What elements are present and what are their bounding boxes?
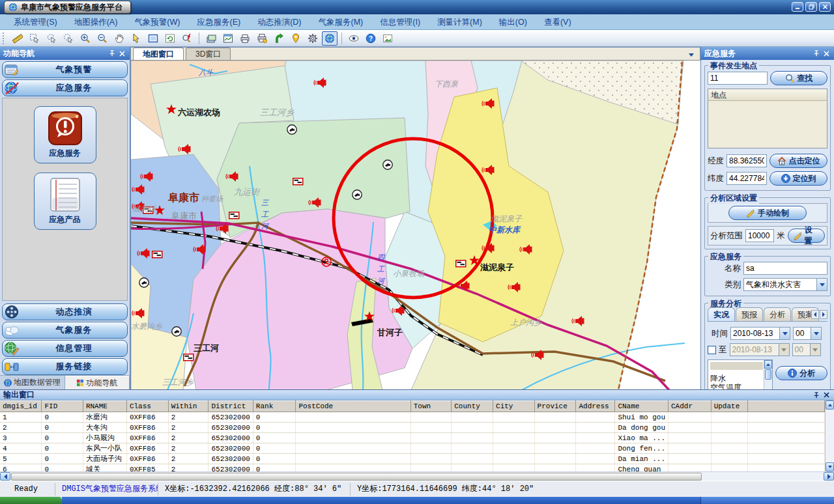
find-button[interactable]: 查找 xyxy=(770,71,827,85)
toolbar-pointer-button[interactable] xyxy=(128,31,144,46)
output-vertical-scrollbar[interactable] xyxy=(825,400,834,471)
start-button[interactable] xyxy=(0,497,62,504)
menu-view[interactable]: 查看(V) xyxy=(536,14,580,30)
toolbar-export-image-button[interactable] xyxy=(380,31,395,46)
sidebar-item-service-links[interactable]: 服务链接 xyxy=(2,358,128,375)
table-row[interactable]: 10水磨沟0XFF8626523020000Shui mo gou xyxy=(0,412,825,423)
table-row[interactable]: 40东风一小队0XFF8626523020000Dong fen... xyxy=(0,443,825,454)
menu-info-management[interactable]: 信息管理(I) xyxy=(371,14,429,30)
service-type-select[interactable]: 气象和洪水灾害 xyxy=(743,278,827,291)
column-header-County[interactable]: County xyxy=(452,401,493,412)
layer-list[interactable]: 降水 空气温度 xyxy=(708,359,773,389)
sidebar-item-weather-warning[interactable]: 气象预警 xyxy=(2,61,128,78)
sidebar-item-dynamic-deduction[interactable]: 动态推演 xyxy=(2,303,128,320)
column-header-Update[interactable]: Update xyxy=(711,401,747,412)
sidebar-item-emergency-service[interactable]: 应急服务 xyxy=(2,79,128,96)
toolbar-place-pin-button[interactable] xyxy=(288,31,304,46)
tab-analysis[interactable]: 分析 xyxy=(764,307,791,321)
tab-3d-view[interactable]: 3D窗口 xyxy=(186,48,231,60)
column-header-RNAME[interactable]: RNAME xyxy=(83,401,126,412)
list-item[interactable]: 降水 xyxy=(708,374,772,383)
pin-icon[interactable] xyxy=(812,391,820,399)
toolbar-measure-button[interactable] xyxy=(10,31,25,46)
layer-list-scrollbar[interactable] xyxy=(764,360,772,389)
hour-select[interactable]: 00 xyxy=(793,327,822,340)
toolbar-layers-button[interactable] xyxy=(203,31,219,46)
longitude-field[interactable] xyxy=(726,154,767,167)
map-canvas[interactable]: 六运湖农场 三工河乡 下西泉 九运街 阜康市 种蓄场 阜康市 城关镇 滋泥泉子 … xyxy=(131,61,700,389)
tab-scroll-right-icon[interactable] xyxy=(820,310,827,319)
scroll-right-icon[interactable] xyxy=(824,472,834,481)
column-header-FID[interactable]: FID xyxy=(42,401,83,412)
locate-to-button[interactable]: 定位到 xyxy=(769,171,827,186)
toolbar-print-button[interactable] xyxy=(237,31,253,46)
date-select[interactable]: 2010-08-13 xyxy=(730,327,790,340)
column-header-Class[interactable]: Class xyxy=(126,401,168,412)
tab-forecast[interactable]: 预报 xyxy=(736,307,763,321)
close-icon[interactable] xyxy=(822,49,831,58)
scroll-down-icon[interactable] xyxy=(826,462,834,471)
column-header-PostCode[interactable]: PostCode xyxy=(296,401,410,412)
analysis-range-input[interactable] xyxy=(745,229,774,242)
close-icon[interactable] xyxy=(822,391,831,399)
map-tab-dropdown-icon[interactable] xyxy=(687,50,696,59)
toolbar-nav-arrow-button[interactable] xyxy=(271,31,287,46)
toolbar-zoom-out-button[interactable] xyxy=(94,31,110,46)
toolbar-help-button[interactable] xyxy=(363,31,379,46)
tab-live[interactable]: 实况 xyxy=(708,307,735,321)
toolbar-full-extent-button[interactable] xyxy=(145,31,161,46)
close-button[interactable] xyxy=(819,2,831,12)
pin-icon[interactable] xyxy=(812,49,820,58)
emergency-service-button[interactable]: 应急服务 xyxy=(34,106,96,163)
toolbar-select-free-button[interactable] xyxy=(61,31,76,46)
column-header-CName[interactable]: CName xyxy=(615,401,669,412)
column-header-dmgis_id[interactable]: dmgis_id xyxy=(0,401,42,412)
tab-function-nav[interactable]: 功能导航 xyxy=(65,376,130,389)
column-header-District[interactable]: District xyxy=(208,401,253,412)
list-item[interactable]: 空气温度 xyxy=(708,383,772,389)
column-header-Town[interactable]: Town xyxy=(410,401,452,412)
toolbar-select-poly-button[interactable] xyxy=(44,31,59,46)
column-header-CAddr[interactable]: CAddr xyxy=(669,401,712,412)
toolbar-identify-button[interactable] xyxy=(179,31,195,46)
place-column-header[interactable]: 地点 xyxy=(708,89,827,101)
toolbar-map-window-button[interactable] xyxy=(220,31,236,46)
toolbar-visibility-button[interactable] xyxy=(346,31,362,46)
toolbar-print-preview-button[interactable] xyxy=(254,31,270,46)
table-row[interactable]: 60城关0XFF8526523020000Cheng guan xyxy=(0,464,825,472)
toolbar-refresh-button[interactable] xyxy=(162,31,178,46)
menu-output[interactable]: 输出(O) xyxy=(491,14,536,30)
column-header-Within[interactable]: Within xyxy=(168,401,208,412)
menu-map-ops[interactable]: 地图操作(A) xyxy=(66,14,126,30)
location-search-input[interactable] xyxy=(708,72,768,85)
scrollbar-thumb[interactable] xyxy=(11,473,702,481)
click-locate-button[interactable]: 点击定位 xyxy=(769,154,827,168)
minimize-button[interactable] xyxy=(792,2,803,12)
toolbar-pan-button[interactable] xyxy=(111,31,127,46)
output-horizontal-scrollbar[interactable] xyxy=(0,471,834,481)
tab-map-view[interactable]: 地图窗口 xyxy=(133,48,184,60)
tab-scroll-left-icon[interactable] xyxy=(811,310,819,319)
scroll-up-icon[interactable] xyxy=(826,400,834,410)
column-header-Rank[interactable]: Rank xyxy=(253,401,296,412)
close-icon[interactable] xyxy=(118,49,126,58)
table-row[interactable]: 20大冬沟0XFF8626523020000Da dong gou xyxy=(0,423,825,433)
column-header-Address[interactable]: Address xyxy=(576,401,615,412)
chevron-down-icon[interactable] xyxy=(779,328,790,339)
latitude-field[interactable] xyxy=(726,172,767,185)
emergency-product-button[interactable]: 应急产品 xyxy=(34,173,96,230)
place-list[interactable]: 地点 xyxy=(708,89,827,148)
restore-button[interactable] xyxy=(805,2,817,12)
menu-weather-warning[interactable]: 气象预警(W) xyxy=(126,14,188,30)
service-name-field[interactable] xyxy=(743,262,827,275)
manual-draw-button[interactable]: 手动绘制 xyxy=(728,206,807,220)
toolbar-zoom-in-button[interactable] xyxy=(78,31,93,46)
menu-emergency-service[interactable]: 应急服务(E) xyxy=(188,14,249,30)
chevron-down-icon[interactable] xyxy=(816,279,827,290)
chevron-down-icon[interactable] xyxy=(811,328,821,339)
tab-map-data-management[interactable]: 地图数据管理 xyxy=(0,376,65,389)
pin-icon[interactable] xyxy=(108,49,116,58)
sidebar-item-info-management[interactable]: 信息管理 xyxy=(2,340,128,357)
scroll-left-icon[interactable] xyxy=(0,472,10,481)
toolbar-settings-button[interactable] xyxy=(305,31,321,46)
